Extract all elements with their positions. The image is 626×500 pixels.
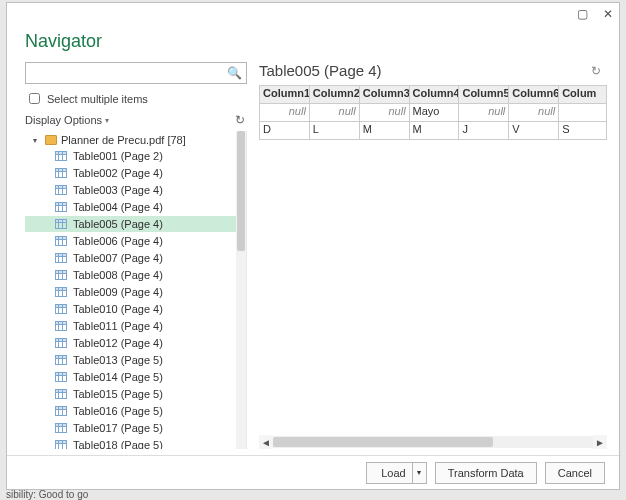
grid-cell[interactable]: M bbox=[360, 122, 410, 140]
grid-cell[interactable]: M bbox=[410, 122, 460, 140]
column-header[interactable]: Column3 bbox=[360, 86, 410, 104]
scrollbar-track[interactable] bbox=[273, 436, 593, 448]
close-icon[interactable]: ✕ bbox=[601, 7, 615, 21]
tree-item-label: Table008 (Page 4) bbox=[73, 269, 163, 281]
grid-cell[interactable]: null bbox=[459, 104, 509, 122]
search-box[interactable]: 🔍 bbox=[25, 62, 247, 84]
status-bar: sibility: Good to go bbox=[6, 489, 88, 500]
scrollbar-thumb[interactable] bbox=[273, 437, 493, 447]
table-icon bbox=[55, 185, 67, 195]
table-icon bbox=[55, 321, 67, 331]
tree-item[interactable]: Table016 (Page 5) bbox=[25, 403, 236, 419]
tree-item[interactable]: Table014 (Page 5) bbox=[25, 369, 236, 385]
tree-item[interactable]: Table017 (Page 5) bbox=[25, 420, 236, 436]
dialog-footer: Load ▾ Transform Data Cancel bbox=[7, 455, 619, 489]
tree-item-label: Table018 (Page 5) bbox=[73, 439, 163, 449]
table-icon bbox=[55, 236, 67, 246]
tree-item-label: Table009 (Page 4) bbox=[73, 286, 163, 298]
display-options-dropdown[interactable]: Display Options ▾ bbox=[25, 114, 109, 126]
tree-item[interactable]: Table004 (Page 4) bbox=[25, 199, 236, 215]
scroll-left-icon[interactable]: ◄ bbox=[259, 435, 273, 449]
grid-cell[interactable]: D bbox=[260, 122, 310, 140]
tree-item[interactable]: Table009 (Page 4) bbox=[25, 284, 236, 300]
scroll-right-icon[interactable]: ► bbox=[593, 435, 607, 449]
transform-data-button[interactable]: Transform Data bbox=[435, 462, 537, 484]
tree-scrollbar-thumb[interactable] bbox=[237, 131, 245, 251]
tree-item[interactable]: Table005 (Page 4) bbox=[25, 216, 236, 232]
tree-item[interactable]: Table003 (Page 4) bbox=[25, 182, 236, 198]
titlebar: ▢ ✕ bbox=[7, 3, 619, 25]
grid-data-row: nullnullnullMayonullnull bbox=[260, 104, 607, 122]
grid-cell[interactable]: V bbox=[509, 122, 559, 140]
table-icon bbox=[55, 440, 67, 449]
tree-item-label: Table011 (Page 4) bbox=[73, 320, 163, 332]
cancel-button[interactable]: Cancel bbox=[545, 462, 605, 484]
load-button-label: Load bbox=[379, 467, 411, 479]
tree-item-label: Table001 (Page 2) bbox=[73, 150, 163, 162]
column-header[interactable]: Column6 bbox=[509, 86, 559, 104]
tree-root-item[interactable]: ▾ Planner de Precu.pdf [78] bbox=[25, 133, 236, 147]
maximize-icon[interactable]: ▢ bbox=[575, 7, 589, 21]
tree-scrollbar[interactable] bbox=[236, 131, 246, 449]
preview-grid: Column1Column2Column3Column4Column5Colum… bbox=[259, 85, 607, 140]
select-multiple-label: Select multiple items bbox=[47, 93, 148, 105]
grid-cell[interactable]: null bbox=[310, 104, 360, 122]
tree-item-label: Table010 (Page 4) bbox=[73, 303, 163, 315]
search-icon[interactable]: 🔍 bbox=[227, 66, 242, 80]
table-icon bbox=[55, 406, 67, 416]
tree-item[interactable]: Table008 (Page 4) bbox=[25, 267, 236, 283]
column-header[interactable]: Column2 bbox=[310, 86, 360, 104]
tree-item-label: Table015 (Page 5) bbox=[73, 388, 163, 400]
select-multiple-checkbox[interactable]: Select multiple items bbox=[25, 90, 247, 107]
load-button[interactable]: Load ▾ bbox=[366, 462, 426, 484]
collapse-icon[interactable]: ▾ bbox=[33, 136, 41, 145]
grid-cell[interactable]: S bbox=[559, 122, 607, 140]
tree-item[interactable]: Table018 (Page 5) bbox=[25, 437, 236, 449]
dialog-body: 🔍 Select multiple items Display Options … bbox=[7, 62, 619, 455]
dialog-title: Navigator bbox=[7, 25, 619, 62]
table-icon bbox=[55, 304, 67, 314]
column-header[interactable]: Column1 bbox=[260, 86, 310, 104]
grid-cell[interactable]: J bbox=[459, 122, 509, 140]
tree-item-label: Table013 (Page 5) bbox=[73, 354, 163, 366]
select-multiple-input[interactable] bbox=[29, 93, 40, 104]
tree-item[interactable]: Table007 (Page 4) bbox=[25, 250, 236, 266]
tree-item[interactable]: Table002 (Page 4) bbox=[25, 165, 236, 181]
grid-cell[interactable]: null bbox=[360, 104, 410, 122]
column-header[interactable]: Column5 bbox=[459, 86, 509, 104]
tree-root-label: Planner de Precu.pdf [78] bbox=[61, 134, 186, 146]
tree-item[interactable]: Table011 (Page 4) bbox=[25, 318, 236, 334]
tree-item[interactable]: Table013 (Page 5) bbox=[25, 352, 236, 368]
table-icon bbox=[55, 423, 67, 433]
tree-item-label: Table006 (Page 4) bbox=[73, 235, 163, 247]
horizontal-scrollbar[interactable]: ◄ ► bbox=[259, 435, 607, 449]
grid-data-row: DLMMJVS bbox=[260, 122, 607, 140]
grid-cell[interactable] bbox=[559, 104, 607, 122]
grid-cell[interactable]: null bbox=[509, 104, 559, 122]
tree-item[interactable]: Table015 (Page 5) bbox=[25, 386, 236, 402]
table-icon bbox=[55, 168, 67, 178]
table-icon bbox=[55, 202, 67, 212]
tree-item[interactable]: Table001 (Page 2) bbox=[25, 148, 236, 164]
grid-cell[interactable]: L bbox=[310, 122, 360, 140]
grid-cell[interactable]: null bbox=[260, 104, 310, 122]
column-header[interactable]: Column4 bbox=[410, 86, 460, 104]
tree-item[interactable]: Table006 (Page 4) bbox=[25, 233, 236, 249]
grid-cell[interactable]: Mayo bbox=[410, 104, 460, 122]
table-icon bbox=[55, 151, 67, 161]
display-options-label: Display Options bbox=[25, 114, 102, 126]
tree-item[interactable]: Table010 (Page 4) bbox=[25, 301, 236, 317]
refresh-icon[interactable]: ↻ bbox=[235, 113, 245, 127]
load-dropdown-icon[interactable]: ▾ bbox=[412, 463, 426, 483]
search-input[interactable] bbox=[30, 64, 227, 82]
tree-item[interactable]: Table012 (Page 4) bbox=[25, 335, 236, 351]
folder-icon bbox=[45, 135, 57, 145]
tree-item-label: Table007 (Page 4) bbox=[73, 252, 163, 264]
column-header[interactable]: Colum bbox=[559, 86, 607, 104]
cancel-button-label: Cancel bbox=[558, 467, 592, 479]
grid-header-row: Column1Column2Column3Column4Column5Colum… bbox=[260, 86, 607, 104]
left-pane: 🔍 Select multiple items Display Options … bbox=[25, 62, 247, 449]
table-icon bbox=[55, 355, 67, 365]
tree-item-label: Table012 (Page 4) bbox=[73, 337, 163, 349]
preview-refresh-icon[interactable]: ↻ bbox=[591, 64, 601, 78]
